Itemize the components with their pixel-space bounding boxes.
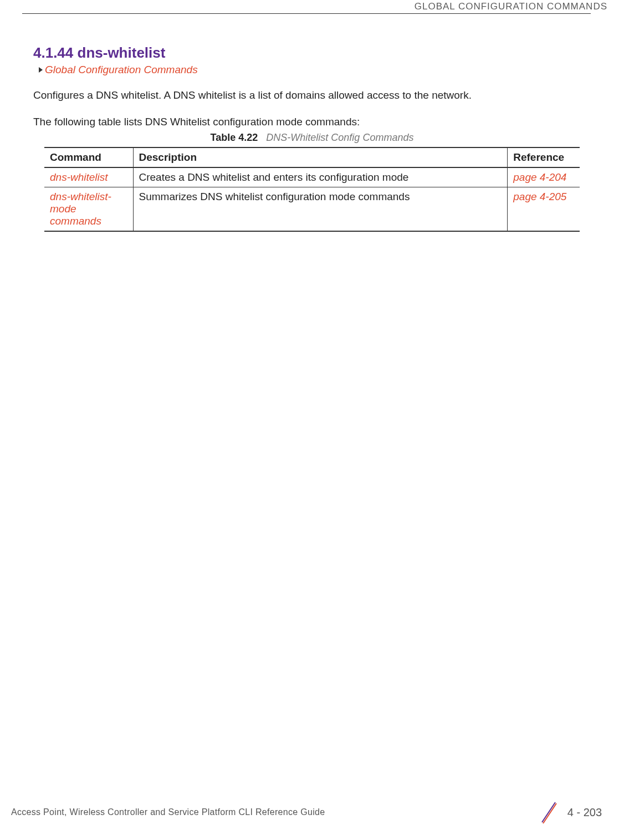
- slash-icon: [538, 800, 560, 824]
- table-header-reference: Reference: [508, 147, 580, 167]
- footer-right: 4 - 203: [538, 800, 602, 824]
- commands-table: Command Description Reference dns-whitel…: [44, 147, 580, 232]
- reference-link[interactable]: page 4-205: [513, 191, 566, 202]
- table-header-row: Command Description Reference: [44, 147, 580, 167]
- table-caption: Table 4.22 DNS-Whitelist Config Commands: [33, 132, 591, 144]
- page-content: 4.1.44 dns-whitelist Global Configuratio…: [0, 0, 624, 232]
- command-link[interactable]: dns-whitelist-mode commands: [50, 191, 111, 227]
- svg-line-1: [543, 803, 556, 823]
- command-link[interactable]: dns-whitelist: [50, 171, 108, 183]
- header-rule: [22, 13, 591, 14]
- command-description: Summarizes DNS whitelist configuration m…: [139, 191, 410, 202]
- svg-line-0: [542, 802, 555, 822]
- table-caption-title: DNS-Whitelist Config Commands: [266, 132, 413, 143]
- paragraph: The following table lists DNS Whitelist …: [33, 115, 591, 129]
- breadcrumb: Global Configuration Commands: [39, 64, 591, 76]
- table-header-description: Description: [133, 147, 508, 167]
- section-heading: 4.1.44 dns-whitelist: [33, 44, 591, 62]
- reference-link[interactable]: page 4-204: [513, 171, 566, 183]
- table-row: dns-whitelist-mode commands Summarizes D…: [44, 187, 580, 232]
- page-number: 4 - 203: [567, 806, 602, 819]
- footer-guide-title: Access Point, Wireless Controller and Se…: [11, 807, 325, 817]
- page-footer: Access Point, Wireless Controller and Se…: [0, 800, 624, 824]
- command-description: Creates a DNS whitelist and enters its c…: [139, 171, 409, 183]
- running-head: GLOBAL CONFIGURATION COMMANDS: [415, 1, 607, 12]
- arrow-right-icon: [39, 67, 43, 73]
- table-row: dns-whitelist Creates a DNS whitelist an…: [44, 167, 580, 187]
- table-caption-label: Table 4.22: [211, 132, 258, 143]
- page-header: GLOBAL CONFIGURATION COMMANDS: [0, 0, 624, 14]
- table-header-command: Command: [44, 147, 133, 167]
- breadcrumb-link[interactable]: Global Configuration Commands: [45, 64, 198, 76]
- paragraph: Configures a DNS whitelist. A DNS whitel…: [33, 88, 591, 103]
